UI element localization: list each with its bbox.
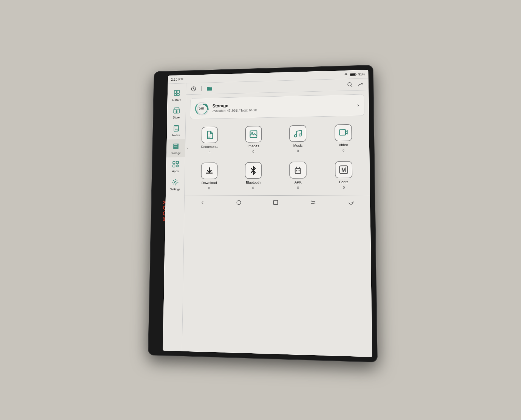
back-button[interactable] xyxy=(197,198,207,207)
history-button[interactable] xyxy=(190,85,197,92)
notes-icon xyxy=(172,124,180,133)
images-count: 0 xyxy=(252,150,254,153)
storage-percent-label: 26% xyxy=(199,107,204,110)
svg-rect-3 xyxy=(174,90,176,93)
bottom-nav xyxy=(184,195,370,209)
sidebar-item-store[interactable]: Store xyxy=(167,103,186,122)
store-icon xyxy=(172,106,181,115)
sidebar-item-storage[interactable]: Storage › xyxy=(166,139,185,157)
sidebar-item-apps[interactable]: Apps xyxy=(166,157,185,175)
sidebar-item-notes[interactable]: Notes xyxy=(167,121,186,139)
svg-rect-29 xyxy=(340,166,348,174)
wifi-icon xyxy=(344,72,348,76)
svg-rect-4 xyxy=(177,90,179,93)
apk-icon-box xyxy=(290,161,307,178)
storage-arrow-icon: › xyxy=(357,102,359,108)
svg-rect-26 xyxy=(339,129,346,135)
battery-percent: 91% xyxy=(358,72,365,76)
file-item-download[interactable]: Download 0 xyxy=(189,159,230,193)
video-name: Video xyxy=(339,143,348,147)
content-panel: 26% Storage Available: 47.3GB / Total: 6… xyxy=(182,78,372,357)
toolbar-right xyxy=(346,80,364,88)
download-icon-box xyxy=(201,162,218,179)
file-item-images[interactable]: Images 0 xyxy=(233,123,274,156)
documents-count: 6 xyxy=(209,150,211,154)
images-name: Images xyxy=(248,144,259,148)
filter-button[interactable] xyxy=(308,197,318,207)
library-icon xyxy=(172,89,181,97)
status-time: 2:25 PM xyxy=(171,77,183,81)
storage-card[interactable]: 26% Storage Available: 47.3GB / Total: 6… xyxy=(190,94,364,119)
sidebar-item-settings[interactable]: Settings xyxy=(166,175,185,193)
music-icon-box xyxy=(289,125,306,142)
apk-name: APK xyxy=(295,180,302,184)
music-count: 0 xyxy=(297,149,299,153)
file-item-documents[interactable]: Documents 6 xyxy=(189,123,230,157)
main-area: Library Store xyxy=(163,78,372,357)
apps-label: Apps xyxy=(172,169,179,173)
recent-button[interactable] xyxy=(271,197,281,207)
svg-point-25 xyxy=(299,134,302,136)
svg-point-24 xyxy=(295,134,297,137)
toolbar-divider xyxy=(201,86,202,91)
file-item-video[interactable]: Video 0 xyxy=(322,121,365,155)
svg-point-30 xyxy=(237,200,241,204)
home-button[interactable] xyxy=(234,197,243,207)
download-count: 0 xyxy=(208,186,210,190)
fonts-icon-box xyxy=(335,161,352,178)
images-icon-box xyxy=(245,126,262,142)
store-label: Store xyxy=(173,115,180,119)
device-screen: 2:25 PM 91% xyxy=(163,70,372,357)
bluetooth-count: 0 xyxy=(252,186,254,190)
fonts-name: Fonts xyxy=(339,180,349,184)
file-item-music[interactable]: Music 0 xyxy=(277,122,319,156)
documents-name: Documents xyxy=(201,145,218,149)
file-item-fonts[interactable]: Fonts 0 xyxy=(322,158,365,192)
svg-rect-14 xyxy=(176,161,178,164)
svg-rect-31 xyxy=(273,200,278,204)
refresh-button[interactable] xyxy=(346,197,356,207)
svg-rect-8 xyxy=(175,110,177,113)
storage-info: Storage Available: 47.3GB / Total: 64GB xyxy=(212,100,357,113)
fonts-count: 0 xyxy=(343,185,345,189)
sidebar-item-library[interactable]: Library xyxy=(167,86,186,104)
file-grid: Documents 6 Images 0 xyxy=(185,118,370,195)
device-frame: BOOX 2:25 PM 91% xyxy=(148,65,378,362)
svg-rect-15 xyxy=(172,165,175,167)
notes-label: Notes xyxy=(172,133,180,137)
bluetooth-name: Bluetooth xyxy=(246,180,260,184)
folder-button[interactable] xyxy=(206,84,213,92)
svg-rect-2 xyxy=(350,73,355,75)
documents-icon-box xyxy=(201,126,218,143)
storage-sidebar-label: Storage xyxy=(171,151,181,155)
video-icon-box xyxy=(335,124,352,141)
sidebar-active-arrow: › xyxy=(186,146,188,150)
status-icons: 91% xyxy=(344,72,365,77)
download-name: Download xyxy=(201,181,217,185)
settings-label: Settings xyxy=(170,187,180,191)
storage-sidebar-icon xyxy=(172,142,180,150)
music-name: Music xyxy=(293,143,303,147)
settings-icon xyxy=(171,178,179,186)
svg-rect-6 xyxy=(177,94,179,95)
apk-count: 0 xyxy=(297,186,299,190)
apps-icon xyxy=(171,160,180,168)
svg-point-27 xyxy=(296,170,297,171)
video-count: 0 xyxy=(342,148,344,152)
file-item-bluetooth[interactable]: Bluetooth 0 xyxy=(233,159,274,193)
svg-point-17 xyxy=(174,181,176,183)
bluetooth-icon-box xyxy=(245,162,262,179)
chart-button[interactable] xyxy=(357,80,365,88)
svg-point-28 xyxy=(299,170,300,171)
svg-rect-13 xyxy=(173,161,175,164)
library-label: Library xyxy=(172,98,181,101)
storage-circle: 26% xyxy=(195,102,208,115)
battery-icon xyxy=(350,72,357,76)
file-item-apk[interactable]: APK 0 xyxy=(277,159,319,193)
svg-rect-5 xyxy=(174,94,176,95)
search-button[interactable] xyxy=(346,81,354,88)
